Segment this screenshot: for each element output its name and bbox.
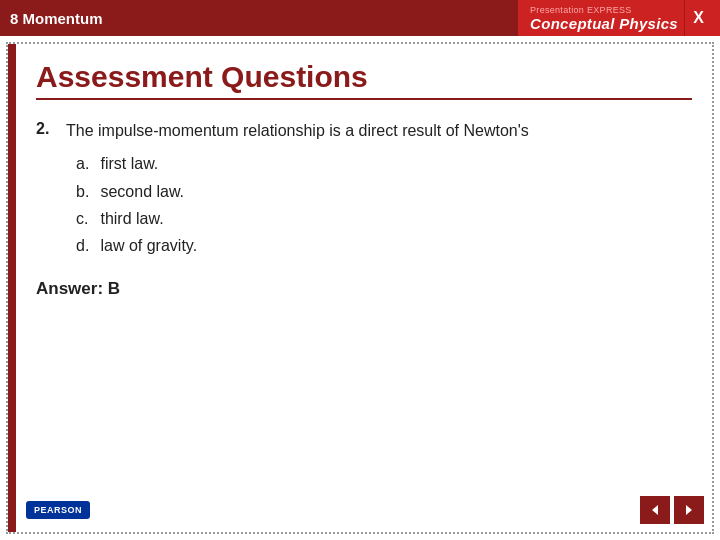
choice-b: b. second law. <box>76 178 529 205</box>
question-body: The impulse-momentum relationship is a d… <box>66 120 529 259</box>
choice-c: c. third law. <box>76 205 529 232</box>
choice-text-a: first law. <box>100 155 158 172</box>
choice-text-b: second law. <box>100 183 184 200</box>
answer-block: Answer: B <box>36 279 692 299</box>
main-content: Assessment Questions 2. The impulse-mome… <box>26 44 712 315</box>
choice-a: a. first law. <box>76 150 529 177</box>
choice-letter-d: d. <box>76 232 96 259</box>
logo-area: Presentation EXPRESS Conceptual Physics … <box>518 0 720 36</box>
choice-letter-a: a. <box>76 150 96 177</box>
nav-buttons <box>640 496 704 524</box>
back-icon <box>648 503 662 517</box>
bottom-bar: PEARSON <box>26 496 704 524</box>
logo-top: Presentation EXPRESS <box>530 5 678 15</box>
choice-text-d: law of gravity. <box>100 237 197 254</box>
choice-d: d. law of gravity. <box>76 232 529 259</box>
content-wrapper: Assessment Questions 2. The impulse-mome… <box>6 42 714 534</box>
forward-icon <box>682 503 696 517</box>
logo-inner: Presentation EXPRESS Conceptual Physics <box>530 5 678 32</box>
question-block: 2. The impulse-momentum relationship is … <box>36 120 692 259</box>
header-bar: 8 Momentum Presentation EXPRESS Conceptu… <box>0 0 720 36</box>
svg-marker-0 <box>652 505 658 515</box>
choices-list: a. first law. b. second law. c. third la… <box>76 150 529 259</box>
page-title: Assessment Questions <box>36 60 692 100</box>
pearson-logo: PEARSON <box>26 501 90 519</box>
close-button[interactable]: X <box>684 0 712 36</box>
chapter-title: 8 Momentum <box>10 10 103 27</box>
choice-letter-b: b. <box>76 178 96 205</box>
nav-back-button[interactable] <box>640 496 670 524</box>
choice-text-c: third law. <box>100 210 163 227</box>
nav-forward-button[interactable] <box>674 496 704 524</box>
red-accent-bar <box>8 44 16 532</box>
question-number: 2. <box>36 120 66 259</box>
logo-bottom: Conceptual Physics <box>530 15 678 32</box>
choice-letter-c: c. <box>76 205 96 232</box>
question-text: The impulse-momentum relationship is a d… <box>66 120 529 142</box>
svg-marker-1 <box>686 505 692 515</box>
